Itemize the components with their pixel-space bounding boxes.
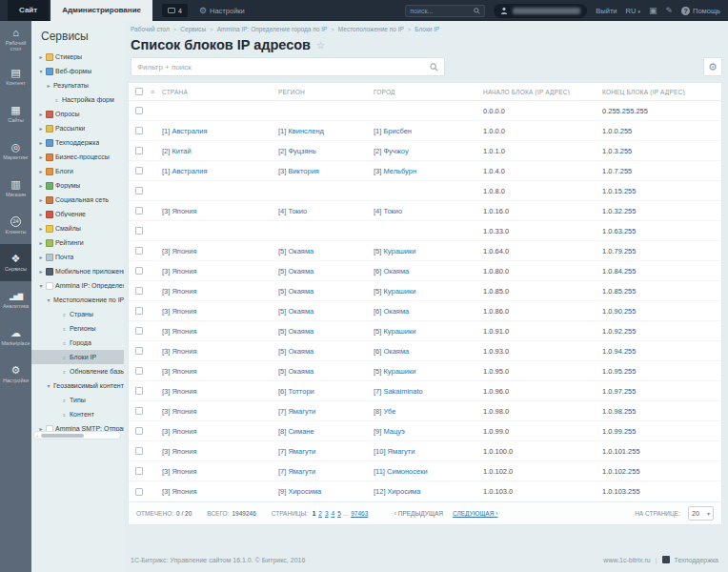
- entity-link[interactable]: [8] Убе: [374, 407, 395, 416]
- entity-link[interactable]: [9] Хиросима: [278, 487, 321, 496]
- sidebar-item-geo-content-items[interactable]: ≡Контент: [31, 407, 124, 421]
- entity-link[interactable]: [7] Ямагути: [278, 447, 315, 456]
- row-checkbox[interactable]: [135, 127, 143, 134]
- entity-link[interactable]: [3] Япония: [162, 427, 196, 436]
- entity-link[interactable]: [5] Курашики: [374, 247, 415, 255]
- entity-link[interactable]: [3] Япония: [162, 467, 196, 476]
- scrollbar-thumb[interactable]: [41, 434, 84, 438]
- sidebar-item-stickers[interactable]: ▸Стикеры: [31, 50, 124, 64]
- column-header[interactable]: РЕГИОН: [278, 89, 374, 95]
- entity-link[interactable]: [4] Токио: [278, 207, 307, 215]
- row-checkbox[interactable]: [135, 367, 143, 375]
- entity-link[interactable]: [5] Курашики: [374, 287, 415, 296]
- entity-link[interactable]: [11] Симоносеки: [374, 467, 428, 476]
- sidebar-item-ratings[interactable]: ▸Рейтинги: [31, 235, 124, 250]
- notifications-button[interactable]: 4: [162, 4, 188, 17]
- sidebar-item-form-settings[interactable]: ≡Настройка форм: [31, 92, 124, 107]
- entity-link[interactable]: [1] Брисбен: [374, 127, 412, 135]
- pin-icon[interactable]: ✎: [665, 7, 673, 15]
- entity-link[interactable]: [5] Окаяма: [278, 247, 313, 255]
- row-checkbox[interactable]: [135, 147, 143, 154]
- rail-item-shop[interactable]: ▥Магазин: [0, 170, 31, 207]
- breadcrumb-item[interactable]: Рабочий стол: [131, 26, 170, 32]
- rail-item-clients[interactable]: 24Клиенты: [0, 207, 31, 244]
- sidebar-item-countries[interactable]: ≡Страны: [31, 307, 124, 321]
- rail-item-sites[interactable]: ▦Сайты: [0, 95, 31, 133]
- entity-link[interactable]: [7] Ямагути: [278, 467, 315, 476]
- rail-item-marketplace[interactable]: ☁Marketplace: [0, 318, 31, 356]
- entity-link[interactable]: [6] Тоттори: [278, 387, 314, 396]
- entity-link[interactable]: [3] Япония: [162, 327, 196, 336]
- rail-item-desktop[interactable]: ⌂Рабочий стол: [0, 21, 31, 58]
- page-link-3[interactable]: 3: [325, 510, 329, 517]
- sidebar-item-results[interactable]: ▸Результаты: [31, 78, 124, 92]
- language-select[interactable]: RU ▾: [626, 7, 640, 15]
- sidebar-item-bizproc[interactable]: ▸Бизнес-процессы: [31, 150, 124, 164]
- entity-link[interactable]: [5] Окаяма: [278, 367, 313, 376]
- entity-link[interactable]: [3] Япония: [162, 447, 196, 456]
- page-link-5[interactable]: 5: [337, 510, 341, 517]
- entity-link[interactable]: [3] Япония: [162, 207, 196, 215]
- page-link-4[interactable]: 4: [332, 510, 335, 517]
- entity-link[interactable]: [5] Окаяма: [278, 327, 313, 336]
- entity-link[interactable]: [5] Курашики: [374, 327, 415, 336]
- entity-link[interactable]: [6] Окаяма: [374, 347, 409, 356]
- sidebar-item-newsletters[interactable]: ▸Рассылки: [31, 121, 124, 135]
- entity-link[interactable]: [3] Япония: [162, 287, 196, 296]
- logout-link[interactable]: Выйти: [596, 7, 617, 15]
- entity-link[interactable]: [1] Австралия: [162, 167, 207, 175]
- entity-link[interactable]: [7] Sakaiminato: [374, 387, 423, 396]
- sidebar-horizontal-scrollbar[interactable]: ‹: [33, 431, 121, 439]
- sidebar-item-learning[interactable]: ▸Обучение: [31, 207, 124, 221]
- entity-link[interactable]: [2] Фуцзянь: [278, 147, 316, 155]
- column-header[interactable]: СТРАНА: [162, 89, 278, 95]
- entity-link[interactable]: [1] Квинсленд: [278, 127, 324, 135]
- sidebar-item-geo-types[interactable]: ≡Типы: [31, 393, 124, 407]
- filter-search-input[interactable]: [137, 63, 426, 72]
- entity-link[interactable]: [3] Япония: [162, 267, 196, 276]
- select-all-checkbox[interactable]: [135, 88, 143, 95]
- row-checkbox[interactable]: [135, 407, 143, 415]
- row-checkbox[interactable]: [135, 227, 143, 235]
- entity-link[interactable]: [2] Фучжоу: [374, 147, 409, 155]
- per-page-select[interactable]: 20 ▾: [688, 506, 714, 521]
- column-header[interactable]: ГОРОД: [374, 89, 483, 95]
- row-checkbox[interactable]: [135, 427, 143, 435]
- sidebar-item-ammina-ip[interactable]: ▾Ammina IP: Определение г: [31, 278, 124, 293]
- entity-link[interactable]: [6] Окаяма: [374, 307, 409, 316]
- sidebar-item-mobile[interactable]: ▸Мобильное приложение: [31, 264, 124, 278]
- help-button[interactable]: ? Помощь: [681, 7, 720, 15]
- bitrix-site-link[interactable]: www.1c-bitrix.ru: [603, 557, 650, 563]
- entity-link[interactable]: [3] Мельбурн: [374, 167, 416, 175]
- breadcrumb-item[interactable]: Сервисы: [180, 26, 206, 32]
- sidebar-item-geo-content[interactable]: ▾Геозависимый контент: [31, 378, 124, 393]
- row-checkbox[interactable]: [135, 207, 143, 214]
- sidebar-item-db-update[interactable]: ≡Обновление базы: [31, 364, 124, 378]
- entity-link[interactable]: [3] Виктория: [278, 167, 319, 175]
- sidebar-item-webforms[interactable]: ▾Веб-формы: [31, 64, 124, 78]
- scroll-left-icon[interactable]: ‹: [36, 433, 38, 439]
- entity-link[interactable]: [8] Симане: [278, 427, 314, 436]
- breadcrumb-item[interactable]: Блоки IP: [415, 26, 439, 32]
- tab-administration[interactable]: Администрирование: [51, 0, 152, 21]
- rail-item-services[interactable]: ❖Сервисы: [0, 244, 31, 281]
- row-checkbox[interactable]: [135, 347, 143, 355]
- page-link-2[interactable]: 2: [318, 510, 322, 517]
- entity-link[interactable]: [12] Хиросима: [374, 487, 420, 496]
- support-link[interactable]: Техподдержка: [675, 557, 718, 563]
- row-checkbox[interactable]: [135, 187, 143, 194]
- sidebar-item-ip-location[interactable]: ▾Местоположение по IP: [31, 293, 124, 307]
- entity-link[interactable]: [3] Япония: [162, 247, 196, 255]
- sidebar-item-polls[interactable]: ▸Опросы: [31, 107, 124, 121]
- row-checkbox[interactable]: [135, 287, 143, 295]
- sidebar-item-social[interactable]: ▸Социальная сеть: [31, 193, 124, 207]
- entity-link[interactable]: [3] Япония: [162, 307, 196, 316]
- rail-item-settings[interactable]: ⚙Настройки: [0, 356, 31, 393]
- rail-item-content[interactable]: ▤Контент: [0, 58, 31, 95]
- row-checkbox[interactable]: [135, 307, 143, 315]
- row-checkbox[interactable]: [135, 387, 143, 395]
- row-checkbox[interactable]: [135, 488, 143, 496]
- entity-link[interactable]: [2] Китай: [162, 147, 192, 155]
- row-checkbox[interactable]: [135, 327, 143, 335]
- entity-link[interactable]: [5] Окаяма: [278, 307, 313, 316]
